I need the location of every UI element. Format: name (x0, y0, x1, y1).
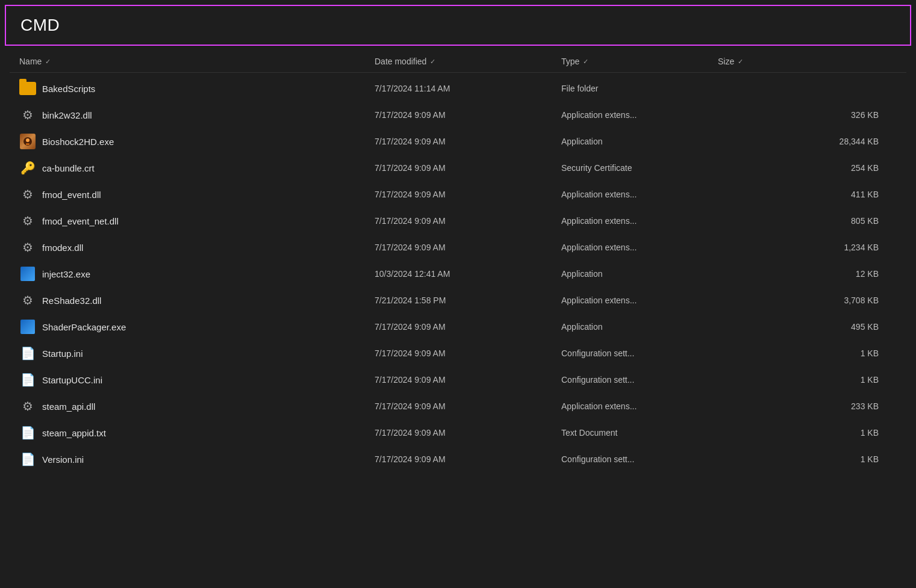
file-name-cell: 📄 steam_appid.txt (19, 424, 375, 441)
file-type-cell: Configuration sett... (561, 348, 718, 358)
file-date-cell: 7/17/2024 9:09 AM (375, 348, 561, 358)
blue-square-icon (20, 267, 35, 281)
file-name-text: Version.ini (42, 454, 84, 465)
file-size-cell: 1 KB (718, 454, 897, 464)
file-type-cell: Application extens... (561, 243, 718, 252)
file-date-cell: 10/3/2024 12:41 AM (375, 269, 561, 279)
table-row[interactable]: ⚙ ReShade32.dll 7/21/2024 1:58 PM Applic… (10, 287, 906, 314)
file-size-cell: 1,234 KB (718, 243, 897, 252)
table-row[interactable]: Bioshock2HD.exe 7/17/2024 9:09 AM Applic… (10, 128, 906, 155)
file-icon: 📄 (19, 424, 36, 441)
file-date-cell: 7/17/2024 9:09 AM (375, 216, 561, 226)
file-name-text: Startup.ini (42, 348, 83, 359)
col-date-label: Date modified (375, 57, 426, 66)
ini-icon: 📄 (20, 452, 36, 466)
col-header-name[interactable]: Name ✓ (19, 57, 375, 66)
file-size-cell: 1 KB (718, 375, 897, 385)
file-date-cell: 7/17/2024 9:09 AM (375, 163, 561, 173)
table-row[interactable]: 📄 Version.ini 7/17/2024 9:09 AM Configur… (10, 446, 906, 472)
file-type-cell: Application (561, 322, 718, 332)
file-type-cell: Application extens... (561, 296, 718, 305)
file-size-cell: 233 KB (718, 401, 897, 411)
file-date-cell: 7/17/2024 11:14 AM (375, 84, 561, 93)
file-date-cell: 7/17/2024 9:09 AM (375, 137, 561, 146)
file-icon (19, 133, 36, 150)
file-name-cell: ⚙ steam_api.dll (19, 398, 375, 415)
col-size-label: Size (718, 57, 734, 66)
file-type-cell: Application extens... (561, 190, 718, 199)
txt-icon: 📄 (20, 426, 36, 440)
gear-icon: ⚙ (22, 187, 33, 202)
file-name-text: StartupUCC.ini (42, 375, 102, 385)
col-date-chevron: ✓ (430, 58, 435, 66)
file-name-cell: 📄 StartupUCC.ini (19, 371, 375, 388)
table-row[interactable]: ⚙ fmod_event.dll 7/17/2024 9:09 AM Appli… (10, 181, 906, 208)
file-icon (19, 318, 36, 335)
ini-icon: 📄 (20, 373, 36, 387)
file-name-text: fmod_event.dll (42, 190, 101, 200)
file-name-cell: ⚙ fmodex.dll (19, 239, 375, 256)
file-name-text: ReShade32.dll (42, 296, 101, 306)
file-name-text: Bioshock2HD.exe (42, 137, 114, 147)
table-row[interactable]: 📄 steam_appid.txt 7/17/2024 9:09 AM Text… (10, 419, 906, 446)
table-row[interactable]: ⚙ bink2w32.dll 7/17/2024 9:09 AM Applica… (10, 102, 906, 128)
gear-icon: ⚙ (22, 240, 33, 255)
file-name-cell: ShaderPackager.exe (19, 318, 375, 335)
file-type-cell: Configuration sett... (561, 375, 718, 385)
table-row[interactable]: 📄 StartupUCC.ini 7/17/2024 9:09 AM Confi… (10, 367, 906, 393)
file-name-cell: 📄 Version.ini (19, 451, 375, 468)
column-headers: Name ✓ Date modified ✓ Type ✓ Size ✓ (10, 51, 906, 73)
file-type-cell: Application extens... (561, 110, 718, 120)
col-header-size[interactable]: Size ✓ (718, 57, 897, 66)
file-size-cell: 28,344 KB (718, 137, 897, 146)
file-size-cell: 495 KB (718, 322, 897, 332)
table-row[interactable]: ⚙ steam_api.dll 7/17/2024 9:09 AM Applic… (10, 393, 906, 419)
file-date-cell: 7/21/2024 1:58 PM (375, 296, 561, 305)
file-date-cell: 7/17/2024 9:09 AM (375, 454, 561, 464)
file-date-cell: 7/17/2024 9:09 AM (375, 110, 561, 120)
col-header-date[interactable]: Date modified ✓ (375, 57, 561, 66)
file-name-cell: ⚙ fmod_event.dll (19, 186, 375, 203)
folder-icon (19, 82, 36, 95)
col-name-chevron: ✓ (45, 58, 51, 66)
file-size-cell: 12 KB (718, 269, 897, 279)
table-row[interactable]: 🔑 ca-bundle.crt 7/17/2024 9:09 AM Securi… (10, 155, 906, 181)
table-row[interactable]: BakedScripts 7/17/2024 11:14 AM File fol… (10, 75, 906, 102)
file-name-text: bink2w32.dll (42, 110, 92, 120)
table-row[interactable]: ShaderPackager.exe 7/17/2024 9:09 AM App… (10, 314, 906, 340)
table-row[interactable]: inject32.exe 10/3/2024 12:41 AM Applicat… (10, 261, 906, 287)
svg-rect-2 (26, 143, 30, 145)
gear-icon: ⚙ (22, 214, 33, 228)
file-name-cell: inject32.exe (19, 265, 375, 282)
table-row[interactable]: ⚙ fmod_event_net.dll 7/17/2024 9:09 AM A… (10, 208, 906, 234)
file-type-cell: Application (561, 269, 718, 279)
file-icon: ⚙ (19, 398, 36, 415)
col-name-label: Name (19, 57, 42, 66)
file-date-cell: 7/17/2024 9:09 AM (375, 322, 561, 332)
file-date-cell: 7/17/2024 9:09 AM (375, 190, 561, 199)
file-type-cell: File folder (561, 84, 718, 93)
file-icon: 📄 (19, 371, 36, 388)
svg-point-1 (26, 138, 30, 142)
file-name-cell: 🔑 ca-bundle.crt (19, 159, 375, 176)
cert-icon: 🔑 (20, 161, 36, 175)
title-bar: CMD (5, 5, 911, 46)
table-row[interactable]: 📄 Startup.ini 7/17/2024 9:09 AM Configur… (10, 340, 906, 367)
file-date-cell: 7/17/2024 9:09 AM (375, 428, 561, 438)
table-row[interactable]: ⚙ fmodex.dll 7/17/2024 9:09 AM Applicati… (10, 234, 906, 261)
file-icon: 📄 (19, 345, 36, 362)
file-size-cell: 326 KB (718, 110, 897, 120)
file-name-text: ca-bundle.crt (42, 163, 95, 173)
file-icon: ⚙ (19, 107, 36, 123)
file-icon (19, 80, 36, 97)
file-icon: 📄 (19, 451, 36, 468)
col-type-label: Type (561, 57, 579, 66)
file-date-cell: 7/17/2024 9:09 AM (375, 401, 561, 411)
file-icon: ⚙ (19, 186, 36, 203)
exe-bio-icon (20, 134, 36, 149)
col-type-chevron: ✓ (583, 58, 588, 66)
file-name-text: steam_api.dll (42, 401, 95, 412)
file-size-cell: 411 KB (718, 190, 897, 199)
file-name-text: fmod_event_net.dll (42, 216, 119, 226)
col-header-type[interactable]: Type ✓ (561, 57, 718, 66)
